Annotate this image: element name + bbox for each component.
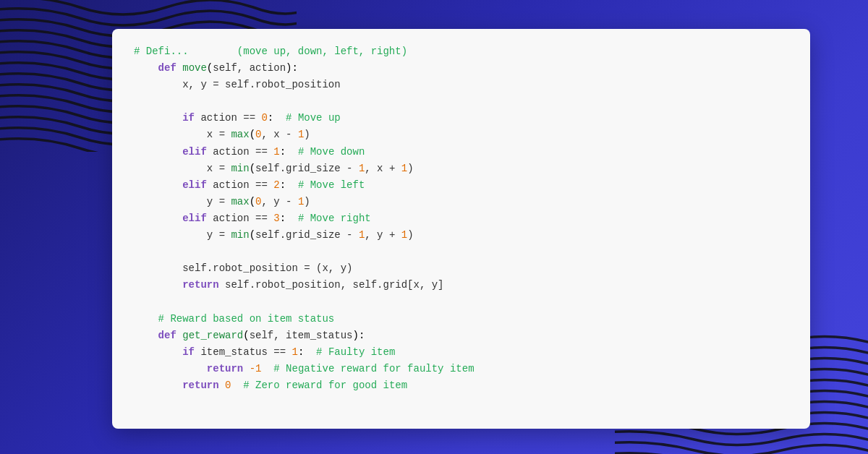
code-panel: # Defi... (move up, down, left, right) d… bbox=[112, 29, 810, 429]
code-content: # Defi... (move up, down, left, right) d… bbox=[134, 43, 788, 394]
